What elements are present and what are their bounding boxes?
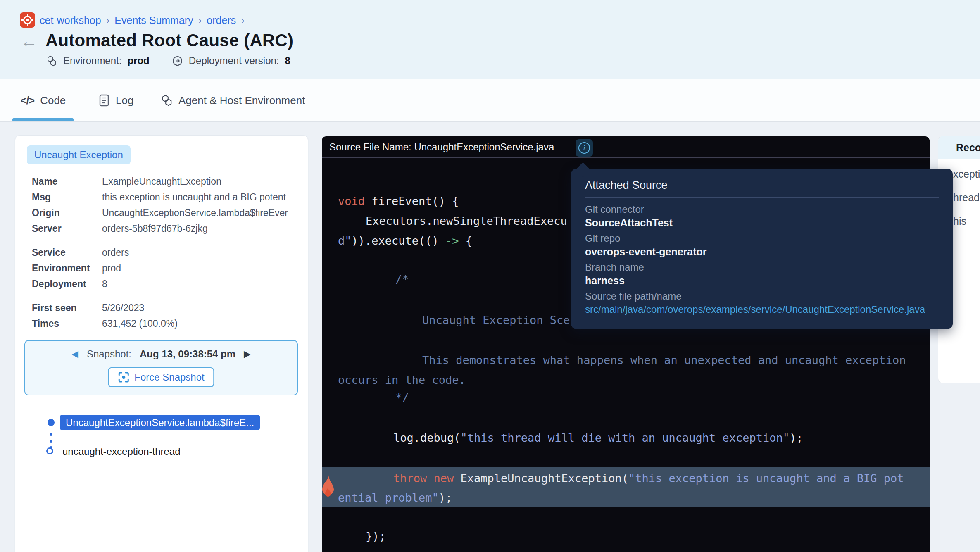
tab-agent-host-environment[interactable]: Agent & Host Environment <box>161 79 305 121</box>
deployment-version-label: Deployment version: <box>189 55 279 67</box>
field-deployment: Deployment 8 <box>32 278 129 290</box>
field-value: 631,452 (100.0%) <box>102 317 178 330</box>
field-value: orders-5b8f97d67b-6zjkg <box>102 222 208 235</box>
flame-icon <box>319 474 336 499</box>
back-arrow-icon[interactable]: ← <box>20 32 38 50</box>
snapshot-label: Snapshot: <box>87 348 131 360</box>
deployment-icon <box>172 55 183 67</box>
recommendations-title: Recor <box>956 142 980 154</box>
field-origin: Origin UncaughtExceptionService.lambda$f… <box>32 207 288 219</box>
recommendation-item[interactable]: hread- <box>953 191 980 204</box>
snapshot-next-icon[interactable]: ▶ <box>244 349 251 359</box>
stack-frame-bullet <box>48 419 55 426</box>
code-line: void fireEvent() { <box>338 194 459 209</box>
snapshot-focus-icon <box>118 371 129 383</box>
brand-target-icon[interactable] <box>20 12 35 28</box>
field-label: Times <box>32 317 102 330</box>
snapshot-navigator: ◀ Snapshot: Aug 13, 09:38:54 pm ▶ <box>25 348 297 360</box>
code-line: occurs in the code. <box>338 373 466 388</box>
event-details-panel: Uncaught Exception Name ExampleUncaughtE… <box>15 135 308 552</box>
page-header: cet-workshop › Events Summary › orders ›… <box>0 0 980 79</box>
active-tab-underline <box>12 118 74 121</box>
git-connector-label: Git connector <box>585 203 939 216</box>
page-title: Automated Root Cause (ARC) <box>45 31 293 50</box>
field-label: Server <box>32 222 102 235</box>
log-document-icon <box>98 94 110 107</box>
field-first-seen: First seen 5/26/2023 <box>32 302 178 314</box>
field-value: 8 <box>102 278 107 290</box>
stack-connector-dots <box>50 433 52 449</box>
tab-log[interactable]: Log <box>98 79 133 121</box>
field-server: Server orders-5b8f97d67b-6zjkg <box>32 222 288 235</box>
code-viewer-header: Source File Name: UncaughtExceptionServi… <box>322 136 930 158</box>
event-context-group: Service orders Environment prod Deployme… <box>32 246 129 293</box>
breadcrumb-item-service[interactable]: orders <box>207 14 236 26</box>
code-line: }); <box>366 529 386 544</box>
field-label: Origin <box>32 207 102 219</box>
field-label: Service <box>32 246 102 259</box>
field-msg: Msg this exception is uncaught and a BIG… <box>32 191 288 203</box>
field-value: this exception is uncaught and a BIG pot… <box>102 191 286 203</box>
git-repo-value: overops-event-generator <box>585 245 939 259</box>
field-times: Times 631,452 (100.0%) <box>32 317 178 330</box>
breadcrumb-separator: › <box>106 14 110 27</box>
field-name: Name ExampleUncaughtException <box>32 175 288 188</box>
code-line-error: throw new ExampleUncaughtException("this… <box>393 471 904 486</box>
breadcrumb-separator: › <box>241 14 245 27</box>
code-line: Executors.newSingleThreadExecu <box>366 214 567 228</box>
deployment-version-value: 8 <box>285 55 290 67</box>
environment-value: prod <box>127 55 149 67</box>
field-label: Name <box>32 175 102 188</box>
attached-source-info-button[interactable]: i <box>576 139 593 157</box>
field-value: orders <box>102 246 129 259</box>
code-line: /* <box>395 272 409 287</box>
stack-frame-selected[interactable]: UncaughtExceptionService.lambda$fireE... <box>60 415 260 430</box>
git-repo-label: Git repo <box>585 232 939 245</box>
code-line: log.debug("this thread will die with an … <box>393 431 803 445</box>
branch-name-value: harness <box>585 274 939 288</box>
source-path-link[interactable]: src/main/java/com/overops/examples/servi… <box>585 302 939 316</box>
divider <box>25 402 299 402</box>
breadcrumb-item-workspace[interactable]: cet-workshop <box>40 14 101 26</box>
field-label: Deployment <box>32 278 102 290</box>
code-tab-icon: </> <box>21 95 34 107</box>
stack-thread-item[interactable]: uncaught-exception-thread <box>62 445 181 458</box>
tab-code[interactable]: </> Code <box>21 79 66 121</box>
code-line: Uncaught Exception Sce <box>422 313 570 328</box>
tooltip-title: Attached Source <box>585 178 939 193</box>
code-line: */ <box>395 390 409 405</box>
snapshot-prev-icon[interactable]: ◀ <box>71 349 78 359</box>
environment-icon <box>46 55 57 67</box>
header-meta: Environment: prod Deployment version: 8 <box>46 54 290 67</box>
snapshot-timestamp: Aug 13, 09:38:54 pm <box>140 348 235 360</box>
recommendation-item[interactable]: xcepti <box>953 168 980 180</box>
hexagons-icon <box>161 94 173 107</box>
git-connector-value: SourceAttachTest <box>585 216 939 230</box>
thread-bullet-icon <box>46 447 53 454</box>
breadcrumb: cet-workshop › Events Summary › orders › <box>40 14 245 26</box>
tab-bar: </> Code Log Agent & Host Environment <box>0 79 980 122</box>
event-stats-group: First seen 5/26/2023 Times 631,452 (100.… <box>32 302 178 333</box>
source-path-label: Source file path/name <box>585 290 939 302</box>
breadcrumb-item-events-summary[interactable]: Events Summary <box>114 14 193 26</box>
event-identity-group: Name ExampleUncaughtException Msg this e… <box>32 175 288 238</box>
tab-agent-label: Agent & Host Environment <box>178 94 305 107</box>
force-snapshot-label: Force Snapshot <box>134 371 204 383</box>
info-icon: i <box>578 142 590 154</box>
attached-source-tooltip: Attached Source Git connector SourceAtta… <box>571 169 953 329</box>
tab-code-label: Code <box>40 94 66 107</box>
field-service: Service orders <box>32 246 129 259</box>
field-value: prod <box>102 262 121 274</box>
code-line: This demonstrates what happens when an u… <box>422 353 906 368</box>
recommendation-item[interactable]: his <box>953 215 966 227</box>
field-label: Environment <box>32 262 102 274</box>
divider <box>585 197 939 198</box>
field-label: Msg <box>32 191 102 203</box>
field-value: 5/26/2023 <box>102 302 144 314</box>
field-environment: Environment prod <box>32 262 129 274</box>
force-snapshot-button[interactable]: Force Snapshot <box>108 367 214 387</box>
recommendations-header: Recor <box>938 136 980 159</box>
field-value: UncaughtExceptionService.lambda$fireEver <box>102 207 288 219</box>
field-value: ExampleUncaughtException <box>102 175 221 188</box>
code-line: d")).execute(() -> { <box>338 233 472 248</box>
